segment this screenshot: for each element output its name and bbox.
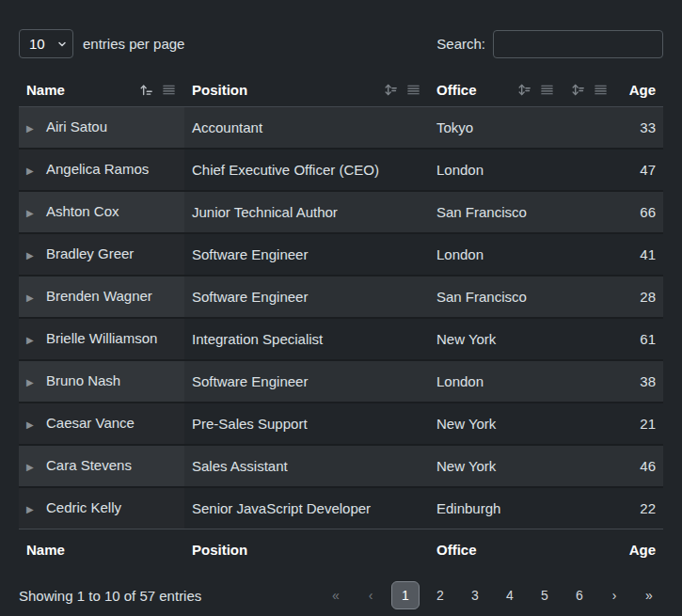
sort-icon[interactable] <box>570 82 586 98</box>
column-menu-icon[interactable] <box>593 82 609 98</box>
column-header-age[interactable]: Age <box>563 74 663 107</box>
search-control: Search: <box>436 30 663 58</box>
table-footer: Name Position Office Age <box>19 529 663 572</box>
cell-name: ▶Bradley Greer <box>19 233 184 276</box>
page-length-control: 10 entries per page <box>19 29 184 58</box>
pagination-previous-button: ‹ <box>357 581 385 609</box>
table-row: ▶Caesar VancePre-Sales SupportNew York21 <box>19 403 663 445</box>
page-length-select-wrap: 10 <box>19 29 73 58</box>
cell-age: 21 <box>563 403 663 445</box>
column-label-name: Name <box>26 82 65 98</box>
row-expand-icon[interactable]: ▶ <box>26 245 43 265</box>
cell-office: New York <box>429 403 563 445</box>
row-expand-icon[interactable]: ▶ <box>26 415 43 434</box>
column-header-position[interactable]: Position <box>184 74 429 107</box>
cell-office: San Francisco <box>429 191 563 233</box>
table-row: ▶Airi SatouAccountantTokyo33 <box>19 107 663 150</box>
cell-name: ▶Cara Stevens <box>19 445 184 487</box>
employees-table: Name Position <box>19 74 663 571</box>
datatable-widget: 10 entries per page Search: Name <box>0 0 682 612</box>
pagination-page-1-button[interactable]: 1 <box>391 581 420 609</box>
cell-office: London <box>429 149 563 191</box>
table-bottom-bar: Showing 1 to 10 of 57 entries «‹123456›» <box>19 578 663 612</box>
employee-name: Bradley Greer <box>46 245 134 261</box>
pagination-page-4-button[interactable]: 4 <box>496 581 524 609</box>
column-label-age: Age <box>629 82 656 98</box>
row-expand-icon[interactable]: ▶ <box>26 330 43 350</box>
cell-office: London <box>429 233 563 276</box>
cell-position: Sales Assistant <box>184 445 429 487</box>
cell-office: Tokyo <box>429 107 563 150</box>
cell-name: ▶Cedric Kelly <box>19 487 184 529</box>
sort-icon[interactable] <box>383 82 399 98</box>
cell-age: 61 <box>563 318 663 360</box>
cell-office: Edinburgh <box>429 487 563 529</box>
table-controls: 10 entries per page Search: <box>19 29 663 58</box>
employee-name: Brenden Wagner <box>46 288 152 304</box>
employee-name: Airi Satou <box>46 118 107 134</box>
cell-age: 47 <box>563 149 663 191</box>
footer-label-age: Age <box>563 529 663 572</box>
sort-ascending-icon[interactable] <box>138 82 154 98</box>
cell-office: London <box>429 360 563 403</box>
cell-position: Software Engineer <box>184 276 429 318</box>
column-menu-icon[interactable] <box>405 82 421 98</box>
employee-name: Cara Stevens <box>46 457 132 473</box>
row-expand-icon[interactable]: ▶ <box>26 203 43 223</box>
pagination-page-6-button[interactable]: 6 <box>565 581 594 609</box>
search-label: Search: <box>436 36 485 52</box>
cell-position: Junior Technical Author <box>184 191 429 233</box>
sort-icon[interactable] <box>516 82 532 98</box>
column-menu-icon[interactable] <box>539 82 555 98</box>
cell-age: 38 <box>563 360 663 403</box>
column-menu-icon[interactable] <box>161 82 177 98</box>
cell-position: Software Engineer <box>184 360 429 403</box>
cell-position: Integration Specialist <box>184 318 429 360</box>
employee-name: Bruno Nash <box>46 372 120 388</box>
pagination-page-3-button[interactable]: 3 <box>461 581 489 609</box>
row-expand-icon[interactable]: ▶ <box>26 499 43 519</box>
cell-name: ▶Brenden Wagner <box>19 276 184 318</box>
column-header-name[interactable]: Name <box>19 74 184 107</box>
column-header-office[interactable]: Office <box>429 74 563 107</box>
cell-age: 46 <box>563 445 663 487</box>
cell-position: Software Engineer <box>184 233 429 276</box>
page-length-select[interactable]: 10 <box>19 29 73 58</box>
cell-name: ▶Caesar Vance <box>19 403 184 445</box>
table-header: Name Position <box>19 74 663 107</box>
pagination: «‹123456›» <box>322 581 663 609</box>
cell-office: New York <box>429 445 563 487</box>
pagination-last-button[interactable]: » <box>635 581 663 609</box>
cell-age: 41 <box>563 233 663 276</box>
cell-position: Chief Executive Officer (CEO) <box>184 149 429 191</box>
cell-position: Pre-Sales Support <box>184 403 429 445</box>
cell-name: ▶Brielle Williamson <box>19 318 184 360</box>
table-body: ▶Airi SatouAccountantTokyo33▶Angelica Ra… <box>19 107 663 529</box>
table-row: ▶Ashton CoxJunior Technical AuthorSan Fr… <box>19 191 663 233</box>
footer-label-position: Position <box>184 529 429 572</box>
pagination-page-2-button[interactable]: 2 <box>426 581 454 609</box>
cell-name: ▶Angelica Ramos <box>19 149 184 191</box>
cell-position: Accountant <box>184 107 429 150</box>
search-input[interactable] <box>493 30 663 58</box>
pagination-next-button[interactable]: › <box>600 581 628 609</box>
cell-age: 33 <box>563 107 663 150</box>
table-row: ▶Cedric KellySenior JavaScript Developer… <box>19 487 663 529</box>
cell-name: ▶Ashton Cox <box>19 191 184 233</box>
cell-age: 22 <box>563 487 663 529</box>
page-length-label: entries per page <box>83 36 184 52</box>
row-expand-icon[interactable]: ▶ <box>26 288 43 308</box>
pagination-page-5-button[interactable]: 5 <box>531 581 559 609</box>
table-row: ▶Brielle WilliamsonIntegration Specialis… <box>19 318 663 360</box>
cell-name: ▶Airi Satou <box>19 107 184 150</box>
table-row: ▶Bruno NashSoftware EngineerLondon38 <box>19 360 663 403</box>
footer-label-office: Office <box>429 529 563 572</box>
row-expand-icon[interactable]: ▶ <box>26 457 43 477</box>
row-expand-icon[interactable]: ▶ <box>26 118 43 138</box>
cell-office: New York <box>429 318 563 360</box>
table-row: ▶Angelica RamosChief Executive Officer (… <box>19 149 663 191</box>
employee-name: Angelica Ramos <box>46 161 149 177</box>
employee-name: Cedric Kelly <box>46 499 121 515</box>
row-expand-icon[interactable]: ▶ <box>26 372 43 392</box>
row-expand-icon[interactable]: ▶ <box>26 161 43 181</box>
